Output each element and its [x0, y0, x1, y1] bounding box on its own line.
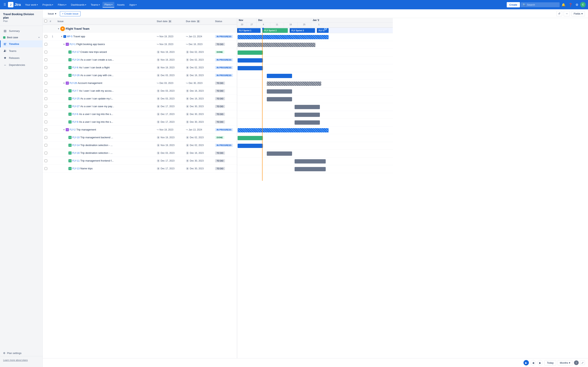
row-checkbox[interactable]: [44, 43, 47, 46]
gantt-bar-fly25[interactable]: [267, 97, 292, 101]
row-checkbox[interactable]: [44, 35, 47, 38]
create-button[interactable]: Create: [507, 2, 520, 7]
select-all-checkbox[interactable]: [44, 20, 47, 22]
row-checkbox[interactable]: [44, 128, 47, 131]
row-collapse-button[interactable]: ▾: [63, 81, 65, 85]
info-button[interactable]: i: [574, 360, 579, 365]
gantt-bar-fly26[interactable]: [267, 74, 292, 78]
today-button[interactable]: Today: [545, 360, 556, 366]
header-start-date[interactable]: Start date D: [155, 18, 184, 24]
row-checkbox[interactable]: [44, 152, 47, 154]
issue-dropdown-button[interactable]: Issue ▾: [46, 11, 58, 16]
sidebar-item-releases[interactable]: Releases: [0, 54, 43, 61]
issue-id-link[interactable]: FLY-17: [72, 51, 79, 53]
gantt-bar-fly17[interactable]: [238, 50, 263, 55]
help-icon[interactable]: ❓: [567, 2, 574, 8]
gantt-bar-fly9[interactable]: [294, 120, 320, 125]
gantt-bar-fly7[interactable]: [267, 89, 292, 94]
fields-button[interactable]: Fields ▾: [571, 11, 585, 16]
user-avatar[interactable]: C: [580, 2, 586, 7]
notifications-icon[interactable]: 🔔: [560, 2, 567, 8]
row-checkbox[interactable]: [44, 159, 47, 162]
search-bar[interactable]: 🔍 Search: [521, 2, 560, 7]
gantt-bar-fly13[interactable]: [294, 167, 326, 171]
nav-your-work[interactable]: Your work ▾: [23, 2, 40, 7]
issue-id-link[interactable]: FLY-14: [72, 144, 79, 147]
create-issue-button[interactable]: + Create issue: [60, 11, 80, 16]
issue-id-link[interactable]: FLY-28: [69, 82, 77, 84]
header-issue[interactable]: Issue: [56, 18, 155, 24]
nav-plans[interactable]: Plans ▾: [103, 2, 114, 8]
issue-id-link[interactable]: FLY-9: [72, 121, 78, 123]
nav-teams[interactable]: Teams ▾: [89, 2, 102, 7]
issue-id-link[interactable]: FLY-26: [72, 74, 79, 77]
row-checkbox[interactable]: [44, 113, 47, 116]
issue-text: As a user I can pay with cre...: [80, 74, 113, 77]
months-dropdown-button[interactable]: Months ▾: [558, 360, 572, 366]
expand-button[interactable]: ⤢: [580, 360, 585, 365]
issue-id-link[interactable]: FLY-7: [72, 90, 78, 92]
row-checkbox[interactable]: [44, 66, 47, 69]
plan-settings-item[interactable]: ⚙ Plan settings: [0, 350, 43, 356]
gantt-bar-fly28[interactable]: [267, 82, 321, 86]
gantt-bar-fly2[interactable]: →: [238, 128, 329, 133]
row-collapse-button[interactable]: ▾: [63, 128, 65, 132]
sidebar-item-summary[interactable]: ▤ Summary: [0, 27, 43, 34]
issue-id-link[interactable]: FLY-11: [72, 159, 79, 162]
row-checkbox[interactable]: [44, 121, 47, 123]
gantt-bar-fly1[interactable]: [238, 43, 315, 47]
gantt-bar-fly10[interactable]: [238, 136, 263, 140]
nav-prev-btn[interactable]: ◀: [530, 360, 536, 366]
row-checkbox[interactable]: [44, 51, 47, 53]
row-checkbox[interactable]: [44, 58, 47, 61]
sidebar-item-timeline[interactable]: Timeline: [0, 40, 43, 47]
row-checkbox[interactable]: [44, 82, 47, 84]
gantt-bar-fly6[interactable]: [294, 113, 320, 117]
apps-icon[interactable]: ⠿: [2, 1, 7, 8]
learn-more-link[interactable]: Learn more about plans: [3, 359, 28, 362]
issue-id-link[interactable]: FLY-6: [72, 113, 78, 116]
issue-id-link[interactable]: FLY-27: [72, 105, 79, 108]
issue-id-link[interactable]: FLY-16: [72, 152, 79, 154]
nav-projects[interactable]: Projects ▾: [40, 2, 55, 7]
row-checkbox[interactable]: [44, 90, 47, 92]
sidebar-item-teams[interactable]: Teams: [0, 47, 43, 54]
nav-filters[interactable]: Filters ▾: [56, 2, 68, 7]
nav-apps[interactable]: Apps ▾: [127, 2, 139, 7]
nav-forward-btn[interactable]: ▶: [537, 360, 543, 366]
row-checkbox[interactable]: [44, 167, 47, 170]
gantt-bar-fly11[interactable]: [294, 159, 326, 164]
refresh-button[interactable]: ↺: [556, 11, 562, 16]
sidebar-item-best-case[interactable]: Best case ▾: [0, 34, 43, 40]
gantt-bar-mp5[interactable]: →: [238, 35, 329, 39]
nav-logo[interactable]: J Jira: [8, 2, 21, 7]
gantt-bar-fly8[interactable]: [238, 66, 263, 70]
row-checkbox[interactable]: [44, 136, 47, 139]
row-checkbox[interactable]: [44, 97, 47, 100]
issue-id-link[interactable]: FLY-1: [69, 43, 76, 46]
issue-id-link[interactable]: FLY-10: [72, 136, 79, 139]
row-collapse-button[interactable]: ▾: [63, 42, 65, 46]
row-checkbox[interactable]: [44, 105, 47, 108]
header-due-date[interactable]: Due date D: [184, 18, 214, 24]
row-collapse-button[interactable]: ▾: [61, 35, 63, 38]
issue-id-link[interactable]: FLY-8: [72, 66, 78, 69]
nav-dashboards[interactable]: Dashboards ▾: [69, 2, 88, 7]
nav-assets[interactable]: Assets: [115, 2, 127, 7]
settings-icon[interactable]: ⚙: [574, 2, 579, 8]
row-checkbox[interactable]: [44, 144, 47, 147]
issue-id-link[interactable]: FLY-13: [72, 167, 79, 170]
gantt-bar-fly14[interactable]: [238, 144, 263, 148]
team-collapse-button[interactable]: ▾: [58, 27, 60, 31]
issue-id-link[interactable]: MP-5: [67, 35, 72, 38]
issue-id-link[interactable]: FLY-2: [69, 128, 76, 131]
sidebar-item-dependencies[interactable]: ↔ Dependencies: [0, 61, 43, 68]
gantt-bar-fly16[interactable]: [267, 151, 292, 156]
row-checkbox[interactable]: [44, 74, 47, 77]
nav-next-btn[interactable]: ▶: [523, 360, 529, 366]
gantt-bar-fly24[interactable]: [238, 58, 263, 63]
issue-id-link[interactable]: FLY-24: [72, 58, 79, 61]
expand-columns-button[interactable]: ↔: [564, 11, 570, 16]
gantt-bar-fly27[interactable]: [294, 105, 320, 109]
issue-id-link[interactable]: FLY-25: [72, 97, 79, 100]
